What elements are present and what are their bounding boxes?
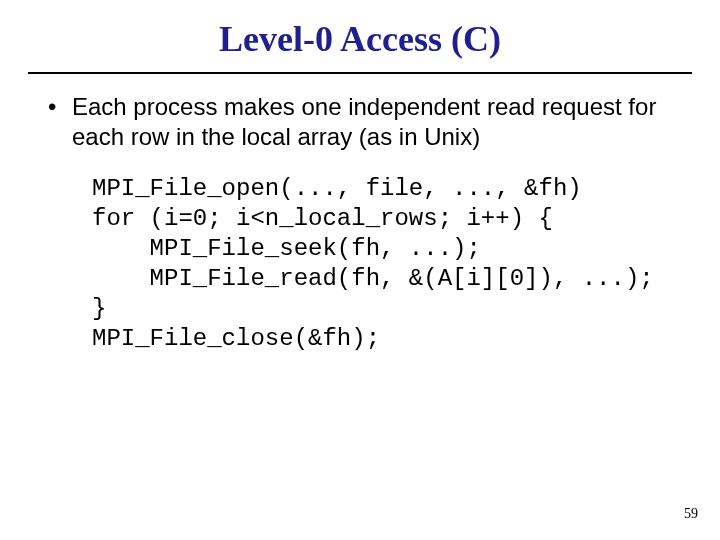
bullet-text: Each process makes one independent read … bbox=[72, 93, 656, 150]
page-number: 59 bbox=[684, 506, 698, 522]
bullet-item: • Each process makes one independent rea… bbox=[72, 92, 670, 152]
code-block: MPI_File_open(..., file, ..., &fh) for (… bbox=[92, 174, 720, 354]
code-line-5: } bbox=[92, 295, 106, 322]
code-line-3: MPI_File_seek(fh, ...); bbox=[92, 235, 481, 262]
code-line-2: for (i=0; i<n_local_rows; i++) { bbox=[92, 205, 553, 232]
bullet-marker: • bbox=[48, 92, 56, 122]
code-line-1: MPI_File_open(..., file, ..., &fh) bbox=[92, 175, 582, 202]
slide-title: Level-0 Access (C) bbox=[0, 0, 720, 72]
code-line-6: MPI_File_close(&fh); bbox=[92, 325, 380, 352]
code-line-4: MPI_File_read(fh, &(A[i][0]), ...); bbox=[92, 265, 654, 292]
title-rule bbox=[28, 72, 692, 74]
